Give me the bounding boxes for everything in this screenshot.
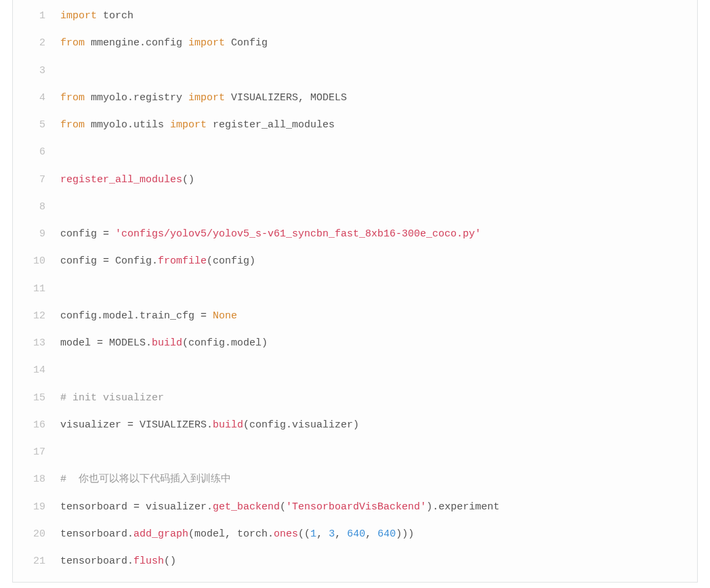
code-token: tensorboard. (60, 555, 133, 567)
code-token: 'TensorboardVisBackend' (286, 501, 426, 513)
code-token: , (365, 528, 377, 540)
code-line: 9config = 'configs/yolov5/yolov5_s-v61_s… (13, 221, 697, 248)
code-token: config.model.train_cfg = (60, 310, 213, 322)
code-line: 11 (13, 276, 697, 303)
line-number: 6 (13, 146, 60, 159)
line-number: 19 (13, 501, 60, 514)
code-line: 3 (13, 58, 697, 85)
line-number: 1 (13, 9, 60, 23)
line-number: 13 (13, 337, 60, 350)
line-number: 12 (13, 310, 60, 323)
code-token: fromfile (158, 255, 207, 267)
code-token: mmengine.config (85, 37, 188, 49)
line-number: 9 (13, 228, 60, 241)
code-line: 18# 你也可以将以下代码插入到训练中 (13, 466, 697, 493)
code-token: # 你也可以将以下代码插入到训练中 (60, 474, 231, 485)
code-line: 6 (13, 139, 697, 166)
code-content (60, 201, 697, 214)
code-line: 16visualizer = VISUALIZERS.build(config.… (13, 412, 697, 439)
code-content: # init visualizer (60, 392, 697, 405)
code-content: register_all_modules() (60, 173, 697, 187)
line-number: 14 (13, 364, 60, 377)
line-number: 17 (13, 446, 60, 459)
code-token: get_backend (213, 501, 280, 513)
code-token: config = Config. (60, 255, 158, 267)
code-token: model = MODELS. (60, 337, 152, 349)
code-token: tensorboard = visualizer. (60, 501, 213, 513)
code-content (60, 446, 697, 459)
line-number: 5 (13, 119, 60, 132)
line-number: 4 (13, 91, 60, 105)
line-number: 15 (13, 392, 60, 405)
code-token: ).experiment (426, 501, 499, 513)
line-number: 8 (13, 201, 60, 214)
code-token: import (188, 37, 225, 49)
code-content (60, 146, 697, 159)
code-token: build (152, 337, 182, 349)
code-token: import (188, 92, 225, 104)
code-token: tensorboard. (60, 528, 133, 540)
code-token: 'configs/yolov5/yolov5_s-v61_syncbn_fast… (115, 228, 481, 240)
code-token: visualizer = VISUALIZERS. (60, 419, 213, 431)
code-token: () (164, 555, 176, 567)
code-token: # init visualizer (60, 392, 164, 404)
code-line: 8 (13, 194, 697, 221)
code-token: mmyolo.utils (85, 119, 170, 131)
code-line: 19tensorboard = visualizer.get_backend('… (13, 494, 697, 521)
code-content: model = MODELS.build(config.model) (60, 337, 697, 350)
code-token: (model, torch. (188, 528, 274, 540)
code-line: 4from mmyolo.registry import VISUALIZERS… (13, 85, 697, 112)
line-number: 20 (13, 528, 60, 541)
code-content: tensorboard = visualizer.get_backend('Te… (60, 501, 697, 514)
code-block: 1import torch2from mmengine.config impor… (12, 0, 698, 583)
code-token: (config.visualizer) (243, 419, 359, 431)
code-content: import torch (60, 9, 697, 23)
code-token: from (60, 92, 85, 104)
code-token: from (60, 37, 85, 49)
code-line: 10config = Config.fromfile(config) (13, 248, 697, 275)
code-content: from mmengine.config import Config (60, 37, 697, 50)
code-token: 3 (329, 528, 335, 540)
code-token: () (182, 174, 194, 186)
code-token: add_graph (133, 528, 188, 540)
code-token: , (335, 528, 347, 540)
code-content: # 你也可以将以下代码插入到训练中 (60, 473, 697, 486)
code-content: config.model.train_cfg = None (60, 310, 697, 323)
code-token: torch (97, 10, 133, 22)
code-token: ))) (396, 528, 414, 540)
code-token: register_all_modules (207, 119, 335, 131)
code-content: tensorboard.add_graph(model, torch.ones(… (60, 528, 697, 541)
code-token: 640 (377, 528, 396, 540)
code-token: register_all_modules (60, 174, 182, 186)
code-line: 12config.model.train_cfg = None (13, 303, 697, 330)
code-line: 5from mmyolo.utils import register_all_m… (13, 112, 697, 139)
line-number: 10 (13, 255, 60, 268)
code-token: None (213, 310, 237, 322)
code-line: 15# init visualizer (13, 385, 697, 412)
code-token: ones (274, 528, 298, 540)
code-content (60, 282, 697, 296)
line-number: 11 (13, 282, 60, 296)
code-content: from mmyolo.utils import register_all_mo… (60, 119, 697, 132)
code-token: build (213, 419, 243, 431)
code-token: (config.model) (182, 337, 268, 349)
code-content: config = 'configs/yolov5/yolov5_s-v61_sy… (60, 228, 697, 241)
code-token: , (316, 528, 329, 540)
line-number: 7 (13, 173, 60, 187)
code-line: 13model = MODELS.build(config.model) (13, 330, 697, 357)
code-token: 1 (310, 528, 316, 540)
line-number: 16 (13, 419, 60, 432)
code-token: mmyolo.registry (85, 92, 188, 104)
code-token: (config) (207, 255, 255, 267)
code-token: import (170, 119, 207, 131)
line-number: 18 (13, 473, 60, 486)
code-token: VISUALIZERS, MODELS (225, 92, 347, 104)
code-line: 20tensorboard.add_graph(model, torch.one… (13, 521, 697, 548)
code-token: flush (133, 555, 164, 567)
line-number: 3 (13, 64, 60, 78)
code-line: 7register_all_modules() (13, 167, 697, 194)
code-content: tensorboard.flush() (60, 555, 697, 568)
code-content: from mmyolo.registry import VISUALIZERS,… (60, 91, 697, 105)
code-token: Config (225, 37, 268, 49)
code-content (60, 64, 697, 78)
